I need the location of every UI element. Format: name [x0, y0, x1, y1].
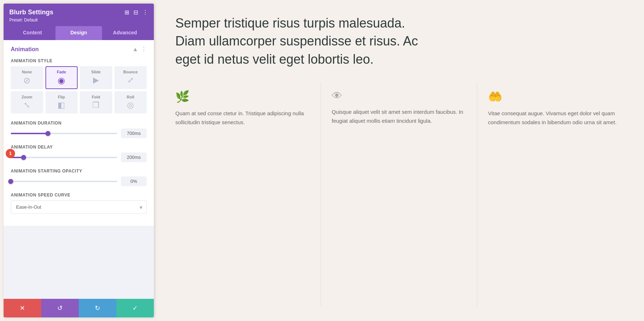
opacity-label: Animation Starting Opacity: [11, 169, 147, 174]
blurb-2-icon: 👁: [332, 90, 466, 102]
anim-flip-icon: ◧: [58, 101, 65, 110]
opacity-value[interactable]: [121, 176, 147, 186]
save-icon: ✓: [132, 304, 138, 312]
animation-style-field: Animation Style None ⊘ Fade ◉ Slide ▶: [11, 58, 147, 113]
animation-grid: None ⊘ Fade ◉ Slide ▶ Bounce ⤢: [11, 66, 147, 113]
anim-btn-roll[interactable]: Roll ◎: [114, 91, 147, 113]
panel-title-row: Blurb Settings ⊞ ⊟ ⋮: [9, 9, 148, 16]
panel-header: Blurb Settings ⊞ ⊟ ⋮ Preset: Default Con…: [4, 4, 154, 40]
anim-zoom-label: Zoom: [21, 95, 32, 99]
panel-body: Animation ▲ ⋮ Animation Style None ⊘ Fad…: [4, 40, 154, 299]
tab-advanced[interactable]: Advanced: [102, 26, 148, 40]
undo-icon: ↺: [57, 304, 63, 312]
anim-zoom-icon: ⤡: [24, 101, 30, 110]
duration-slider-row: [11, 128, 147, 138]
anim-btn-fade[interactable]: Fade ◉: [45, 66, 78, 89]
redo-button[interactable]: ↻: [79, 299, 116, 317]
expand-icon[interactable]: ⊞: [125, 9, 129, 16]
redo-icon: ↻: [95, 304, 100, 312]
anim-none-icon: ⊘: [23, 76, 30, 86]
opacity-slider-row: [11, 176, 147, 186]
anim-fold-icon: ❒: [92, 101, 99, 110]
content-area: Semper tristique risus turpis malesuada.…: [154, 0, 644, 321]
anim-btn-flip[interactable]: Flip ◧: [45, 91, 78, 113]
anim-slide-icon: ▶: [93, 76, 99, 85]
anim-fold-label: Fold: [92, 95, 100, 99]
anim-btn-slide[interactable]: Slide ▶: [80, 66, 112, 89]
anim-btn-zoom[interactable]: Zoom ⤡: [11, 91, 43, 113]
delay-badge: 1: [6, 149, 15, 158]
section-controls: ▲ ⋮: [132, 46, 147, 53]
anim-btn-bounce[interactable]: Bounce ⤢: [114, 66, 147, 89]
hero-text: Semper tristique risus turpis malesuada.…: [175, 14, 433, 68]
blurb-1-text: Quam at sed conse ctetur in. Tristique a…: [175, 109, 310, 127]
blurb-1-icon: 🌿: [175, 90, 310, 103]
anim-slide-label: Slide: [91, 70, 101, 74]
blurb-3-icon: 🤲: [488, 90, 623, 103]
panel-title: Blurb Settings: [9, 9, 53, 16]
delay-field: 1 Animation Delay: [11, 145, 147, 162]
cancel-button[interactable]: ✕: [4, 299, 41, 317]
collapse-icon[interactable]: ▲: [132, 46, 138, 53]
opacity-track[interactable]: [11, 181, 117, 182]
cancel-icon: ✕: [20, 304, 25, 312]
section-more-icon[interactable]: ⋮: [141, 46, 147, 53]
more-icon[interactable]: ⋮: [142, 9, 148, 16]
opacity-thumb[interactable]: [8, 179, 13, 184]
delay-label: Animation Delay: [11, 145, 147, 150]
duration-fill: [11, 133, 48, 134]
save-button[interactable]: ✓: [116, 299, 154, 317]
panel-preset: Preset: Default: [9, 18, 148, 23]
anim-roll-icon: ◎: [127, 101, 134, 110]
panel-tabs: Content Design Advanced: [9, 26, 148, 40]
tab-design[interactable]: Design: [55, 26, 102, 40]
delay-thumb[interactable]: [21, 155, 26, 160]
blurb-2: 👁 Quisque aliquet velit sit amet sem int…: [321, 83, 477, 307]
undo-button[interactable]: ↺: [41, 299, 79, 317]
duration-field: Animation Duration: [11, 121, 147, 138]
tab-content[interactable]: Content: [9, 26, 55, 40]
panel-title-icons: ⊞ ⊟ ⋮: [125, 9, 148, 16]
anim-btn-fold[interactable]: Fold ❒: [80, 91, 112, 113]
anim-roll-label: Roll: [127, 95, 134, 99]
opacity-field: Animation Starting Opacity: [11, 169, 147, 186]
section-title: Animation: [11, 46, 39, 53]
speed-curve-field: Animation Speed Curve Ease-In-Out Ease E…: [11, 193, 147, 214]
anim-bounce-label: Bounce: [123, 70, 138, 74]
settings-panel: Blurb Settings ⊞ ⊟ ⋮ Preset: Default Con…: [4, 4, 154, 317]
anim-fade-label: Fade: [57, 70, 66, 74]
section-header: Animation ▲ ⋮: [11, 46, 147, 53]
anim-btn-none[interactable]: None ⊘: [11, 66, 43, 89]
duration-value[interactable]: [121, 128, 147, 138]
blurb-1: 🌿 Quam at sed conse ctetur in. Tristique…: [175, 83, 321, 307]
duration-label: Animation Duration: [11, 121, 147, 126]
anim-fade-icon: ◉: [58, 76, 65, 86]
blurb-3: 🤲 Vitae consequat augue. Vivamus eget do…: [477, 83, 623, 307]
delay-track[interactable]: [11, 157, 117, 158]
columns-icon[interactable]: ⊟: [133, 9, 138, 16]
animation-style-label: Animation Style: [11, 58, 147, 63]
blurb-2-text: Quisque aliquet velit sit amet sem inter…: [332, 108, 466, 126]
speed-curve-label: Animation Speed Curve: [11, 193, 147, 198]
blurb-3-text: Vitae consequat augue. Vivamus eget dolo…: [488, 109, 623, 127]
anim-flip-label: Flip: [58, 95, 65, 99]
panel-footer: ✕ ↺ ↻ ✓: [4, 299, 154, 317]
blurbs-container: 🌿 Quam at sed conse ctetur in. Tristique…: [175, 83, 623, 307]
anim-bounce-icon: ⤢: [127, 76, 134, 85]
anim-none-label: None: [22, 70, 32, 74]
speed-curve-wrapper: Ease-In-Out Ease Ease-In Ease-Out Linear…: [11, 200, 147, 214]
duration-thumb[interactable]: [45, 131, 50, 136]
delay-value[interactable]: [121, 152, 147, 162]
animation-section: Animation ▲ ⋮ Animation Style None ⊘ Fad…: [4, 40, 154, 226]
delay-slider-row: [11, 152, 147, 162]
duration-track[interactable]: [11, 133, 117, 134]
speed-curve-select[interactable]: Ease-In-Out Ease Ease-In Ease-Out Linear…: [11, 200, 147, 214]
